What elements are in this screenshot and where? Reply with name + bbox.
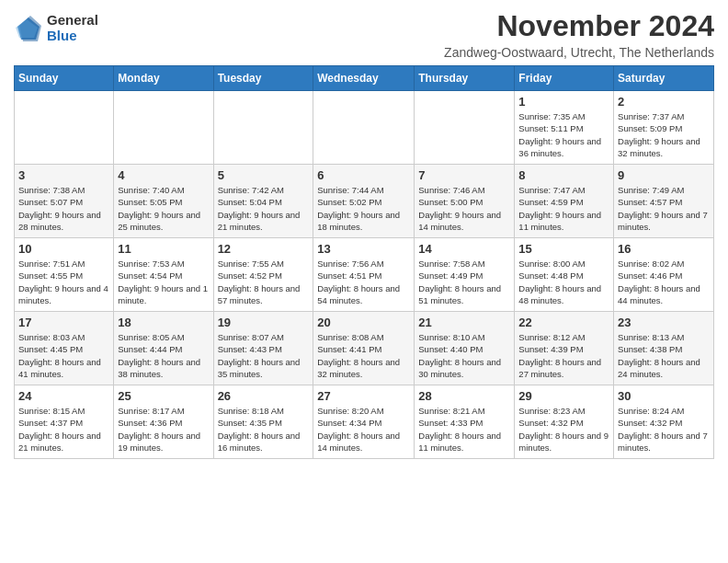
day-number: 9 [618,168,710,182]
day-info: Sunrise: 8:13 AM Sunset: 4:38 PM Dayligh… [618,331,710,380]
day-number: 29 [518,389,609,403]
day-cell: 30Sunrise: 8:24 AM Sunset: 4:32 PM Dayli… [614,385,714,459]
day-info: Sunrise: 8:20 AM Sunset: 4:34 PM Dayligh… [317,405,410,454]
day-number: 14 [418,242,510,256]
day-info: Sunrise: 7:47 AM Sunset: 4:59 PM Dayligh… [518,184,609,233]
day-number: 3 [18,168,109,182]
day-info: Sunrise: 7:38 AM Sunset: 5:07 PM Dayligh… [18,184,109,233]
day-cell: 15Sunrise: 8:00 AM Sunset: 4:48 PM Dayli… [515,238,614,312]
day-cell [15,91,114,165]
day-info: Sunrise: 7:35 AM Sunset: 5:11 PM Dayligh… [518,110,609,159]
day-info: Sunrise: 8:15 AM Sunset: 4:37 PM Dayligh… [18,405,109,454]
day-number: 16 [618,242,710,256]
day-cell: 3Sunrise: 7:38 AM Sunset: 5:07 PM Daylig… [15,165,114,238]
day-cell: 10Sunrise: 7:51 AM Sunset: 4:55 PM Dayli… [15,238,114,312]
day-info: Sunrise: 7:53 AM Sunset: 4:54 PM Dayligh… [118,258,209,306]
week-row-2: 3Sunrise: 7:38 AM Sunset: 5:07 PM Daylig… [15,165,714,238]
day-cell [313,91,415,165]
day-info: Sunrise: 7:42 AM Sunset: 5:04 PM Dayligh… [218,184,310,233]
day-info: Sunrise: 8:02 AM Sunset: 4:46 PM Dayligh… [618,258,710,306]
day-cell: 5Sunrise: 7:42 AM Sunset: 5:04 PM Daylig… [213,165,313,238]
day-number: 12 [218,242,310,256]
day-cell: 1Sunrise: 7:35 AM Sunset: 5:11 PM Daylig… [515,91,614,165]
day-header-sunday: Sunday [15,66,114,91]
day-cell: 29Sunrise: 8:23 AM Sunset: 4:32 PM Dayli… [515,385,614,459]
day-number: 27 [317,389,410,403]
day-cell: 20Sunrise: 8:08 AM Sunset: 4:41 PM Dayli… [313,312,415,385]
day-info: Sunrise: 8:10 AM Sunset: 4:40 PM Dayligh… [418,331,510,380]
day-number: 21 [418,316,510,329]
day-number: 15 [518,242,609,256]
day-cell [114,91,213,165]
day-info: Sunrise: 8:12 AM Sunset: 4:39 PM Dayligh… [518,331,609,380]
day-header-wednesday: Wednesday [313,66,415,91]
day-cell: 21Sunrise: 8:10 AM Sunset: 4:40 PM Dayli… [415,312,515,385]
day-cell: 25Sunrise: 8:17 AM Sunset: 4:36 PM Dayli… [114,385,213,459]
day-header-monday: Monday [114,66,213,91]
day-number: 8 [518,168,609,182]
day-info: Sunrise: 8:03 AM Sunset: 4:45 PM Dayligh… [18,331,109,380]
day-header-saturday: Saturday [614,66,714,91]
day-info: Sunrise: 7:46 AM Sunset: 5:00 PM Dayligh… [418,184,510,233]
day-cell: 23Sunrise: 8:13 AM Sunset: 4:38 PM Dayli… [614,312,714,385]
day-cell: 6Sunrise: 7:44 AM Sunset: 5:02 PM Daylig… [313,165,415,238]
day-cell: 27Sunrise: 8:20 AM Sunset: 4:34 PM Dayli… [313,385,415,459]
day-cell: 18Sunrise: 8:05 AM Sunset: 4:44 PM Dayli… [114,312,213,385]
day-info: Sunrise: 8:07 AM Sunset: 4:43 PM Dayligh… [218,331,310,380]
day-info: Sunrise: 7:55 AM Sunset: 4:52 PM Dayligh… [218,258,310,306]
day-number: 18 [118,316,209,329]
day-number: 30 [618,389,710,403]
week-row-3: 10Sunrise: 7:51 AM Sunset: 4:55 PM Dayli… [15,238,714,312]
day-info: Sunrise: 7:51 AM Sunset: 4:55 PM Dayligh… [18,258,109,306]
day-cell: 12Sunrise: 7:55 AM Sunset: 4:52 PM Dayli… [213,238,313,312]
day-number: 1 [518,95,609,109]
day-cell: 11Sunrise: 7:53 AM Sunset: 4:54 PM Dayli… [114,238,213,312]
day-number: 11 [118,242,209,256]
day-info: Sunrise: 8:24 AM Sunset: 4:32 PM Dayligh… [618,405,710,454]
day-number: 19 [218,316,310,329]
day-number: 7 [418,168,510,182]
day-info: Sunrise: 8:21 AM Sunset: 4:33 PM Dayligh… [418,405,510,454]
day-cell: 9Sunrise: 7:49 AM Sunset: 4:57 PM Daylig… [614,165,714,238]
day-header-thursday: Thursday [415,66,515,91]
day-info: Sunrise: 8:05 AM Sunset: 4:44 PM Dayligh… [118,331,209,380]
day-cell: 24Sunrise: 8:15 AM Sunset: 4:37 PM Dayli… [15,385,114,459]
day-info: Sunrise: 8:18 AM Sunset: 4:35 PM Dayligh… [218,405,310,454]
day-number: 2 [618,95,710,109]
logo-blue-label: Blue [47,29,98,44]
day-header-tuesday: Tuesday [213,66,313,91]
title-area: November 2024 Zandweg-Oostwaard, Utrecht… [444,9,714,60]
day-number: 10 [18,242,109,256]
day-info: Sunrise: 8:08 AM Sunset: 4:41 PM Dayligh… [317,331,410,380]
day-number: 28 [418,389,510,403]
day-cell: 16Sunrise: 8:02 AM Sunset: 4:46 PM Dayli… [614,238,714,312]
logo-icon [14,14,43,43]
day-info: Sunrise: 7:44 AM Sunset: 5:02 PM Dayligh… [317,184,410,233]
day-info: Sunrise: 8:00 AM Sunset: 4:48 PM Dayligh… [518,258,609,306]
day-cell: 26Sunrise: 8:18 AM Sunset: 4:35 PM Dayli… [213,385,313,459]
day-cell: 28Sunrise: 8:21 AM Sunset: 4:33 PM Dayli… [415,385,515,459]
day-number: 25 [118,389,209,403]
logo-general-label: General [47,13,98,29]
day-info: Sunrise: 7:37 AM Sunset: 5:09 PM Dayligh… [618,110,710,159]
day-info: Sunrise: 7:56 AM Sunset: 4:51 PM Dayligh… [317,258,410,306]
day-header-friday: Friday [515,66,614,91]
day-info: Sunrise: 8:17 AM Sunset: 4:36 PM Dayligh… [118,405,209,454]
day-cell: 13Sunrise: 7:56 AM Sunset: 4:51 PM Dayli… [313,238,415,312]
day-number: 24 [18,389,109,403]
day-cell: 4Sunrise: 7:40 AM Sunset: 5:05 PM Daylig… [114,165,213,238]
day-number: 23 [618,316,710,329]
day-cell [415,91,515,165]
week-row-1: 1Sunrise: 7:35 AM Sunset: 5:11 PM Daylig… [15,91,714,165]
day-number: 22 [518,316,609,329]
month-title: November 2024 [444,9,714,43]
day-number: 20 [317,316,410,329]
week-row-4: 17Sunrise: 8:03 AM Sunset: 4:45 PM Dayli… [15,312,714,385]
day-cell: 17Sunrise: 8:03 AM Sunset: 4:45 PM Dayli… [15,312,114,385]
logo: General Blue [14,13,98,43]
day-number: 13 [317,242,410,256]
day-number: 4 [118,168,209,182]
calendar-table: SundayMondayTuesdayWednesdayThursdayFrid… [14,65,714,459]
day-cell: 8Sunrise: 7:47 AM Sunset: 4:59 PM Daylig… [515,165,614,238]
day-number: 6 [317,168,410,182]
